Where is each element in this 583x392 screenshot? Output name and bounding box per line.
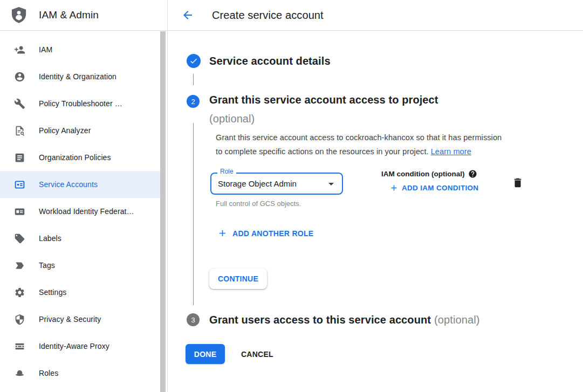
id-card-icon: [13, 205, 26, 218]
sidebar-nav: IAM Identity & Organization Policy Troub…: [0, 31, 160, 387]
step3-title[interactable]: Grant users access to this service accou…: [209, 314, 479, 326]
page-header: Create service account: [168, 0, 583, 31]
sidebar-item-label: Tags: [39, 261, 55, 270]
sidebar-item-labels[interactable]: Labels: [0, 225, 160, 252]
sidebar-item-label: Settings: [39, 288, 66, 297]
sidebar-item-label: Workload Identity Federat…: [39, 207, 134, 216]
sidebar-item-iam[interactable]: IAM: [0, 36, 160, 63]
account-circle-icon: [13, 70, 26, 83]
person-add-icon: [13, 43, 26, 56]
stepper-connector: [193, 74, 194, 85]
hat-icon: [13, 367, 26, 380]
stepper-connector: [193, 123, 194, 305]
done-button[interactable]: DONE: [186, 344, 225, 364]
iam-condition-block: IAM condition (optional) ADD IAM CONDITI…: [381, 169, 478, 192]
help-icon[interactable]: [468, 169, 477, 178]
sidebar-item-label: Roles: [39, 369, 58, 377]
step1-completed-check-icon: [187, 54, 201, 68]
shield-half-icon: [13, 313, 26, 326]
sidebar-item-label: Identity & Organization: [39, 72, 116, 81]
sidebar-item-identity-aware-proxy[interactable]: Identity-Aware Proxy: [0, 333, 160, 360]
sidebar-item-organization-policies[interactable]: Organization Policies: [0, 144, 160, 171]
step2-description: Grant this service account access to coc…: [216, 131, 502, 159]
sidebar-item-settings[interactable]: Settings: [0, 279, 160, 306]
add-iam-condition-button[interactable]: ADD IAM CONDITION: [389, 183, 478, 192]
sidebar-item-label: Privacy & Security: [39, 315, 101, 324]
gcp-console-screen: IAM & Admin IAM Identity & Organization: [0, 0, 583, 392]
step2-number-badge: 2: [187, 95, 200, 108]
sidebar-item-workload-identity-federation[interactable]: Workload Identity Federat…: [0, 198, 160, 225]
sidebar-item-label: Identity-Aware Proxy: [39, 342, 109, 350]
gear-icon: [13, 286, 26, 299]
sidebar-item-label: Service Accounts: [39, 180, 98, 189]
iap-icon: [13, 340, 26, 353]
wrench-icon: [13, 97, 26, 110]
policy-analyzer-icon: [13, 124, 26, 137]
service-account-icon: [13, 178, 26, 191]
learn-more-link[interactable]: Learn more: [431, 147, 471, 156]
sidebar-item-privacy-security[interactable]: Privacy & Security: [0, 306, 160, 333]
role-select[interactable]: Storage Object Admin: [210, 173, 343, 195]
add-iam-condition-label: ADD IAM CONDITION: [402, 184, 478, 192]
iam-condition-label: IAM condition (optional): [381, 170, 464, 178]
add-another-role-button[interactable]: ADD ANOTHER ROLE: [217, 228, 314, 238]
cancel-button[interactable]: CANCEL: [232, 344, 282, 364]
sidebar-item-label: IAM: [39, 45, 52, 54]
main-panel: Create service account Service account d…: [168, 0, 583, 392]
description-line1: Grant this service account access to coc…: [216, 133, 502, 142]
step3-title-text: Grant users access to this service accou…: [209, 314, 431, 326]
step1-title[interactable]: Service account details: [209, 55, 331, 67]
step2-title-text: Grant this service account access to pro…: [209, 94, 438, 106]
sidebar-item-tags[interactable]: Tags: [0, 252, 160, 279]
iam-shield-logo-icon: [11, 6, 27, 24]
role-selected-value: Storage Object Admin: [218, 179, 297, 188]
sidebar-header: IAM & Admin: [0, 0, 167, 31]
sidebar-scrollbar-thumb[interactable]: [160, 31, 166, 392]
article-icon: [13, 151, 26, 164]
page-title: Create service account: [212, 9, 324, 22]
step3-optional-label: (optional): [434, 314, 479, 326]
step2-number: 2: [191, 98, 195, 106]
iam-condition-label-row: IAM condition (optional): [381, 169, 478, 178]
chevron-down-icon: [325, 177, 338, 190]
sidebar-item-policy-troubleshooter[interactable]: Policy Troubleshooter …: [0, 90, 160, 117]
step2-optional-label: (optional): [209, 109, 438, 128]
step3-number: 3: [191, 316, 195, 324]
add-another-role-label: ADD ANOTHER ROLE: [232, 229, 314, 238]
sidebar: IAM & Admin IAM Identity & Organization: [0, 0, 167, 392]
role-field-label: Role: [217, 168, 236, 175]
sidebar-item-identity-organization[interactable]: Identity & Organization: [0, 63, 160, 90]
description-line2: to complete specific actions on the reso…: [216, 147, 429, 156]
delete-role-button[interactable]: [511, 177, 524, 190]
sidebar-item-label: Policy Analyzer: [39, 126, 91, 135]
tag-icon: [13, 232, 26, 245]
step3-number-badge: 3: [187, 313, 200, 326]
plus-icon: [217, 228, 228, 238]
back-arrow-icon[interactable]: [181, 9, 194, 22]
continue-button[interactable]: CONTINUE: [209, 269, 267, 289]
sidebar-item-service-accounts[interactable]: Service Accounts: [0, 171, 160, 198]
sidebar-item-roles[interactable]: Roles: [0, 360, 160, 387]
sidebar-title: IAM & Admin: [39, 9, 99, 21]
sidebar-item-label: Labels: [39, 234, 61, 243]
plus-icon: [389, 183, 399, 192]
role-helper-text: Full control of GCS objects.: [216, 200, 301, 208]
sidebar-item-policy-analyzer[interactable]: Policy Analyzer: [0, 117, 160, 144]
sidebar-item-label: Policy Troubleshooter …: [39, 99, 122, 108]
sidebar-item-label: Organization Policies: [39, 153, 111, 162]
step2-title[interactable]: Grant this service account access to pro…: [209, 91, 438, 128]
label-arrow-icon: [13, 259, 26, 272]
